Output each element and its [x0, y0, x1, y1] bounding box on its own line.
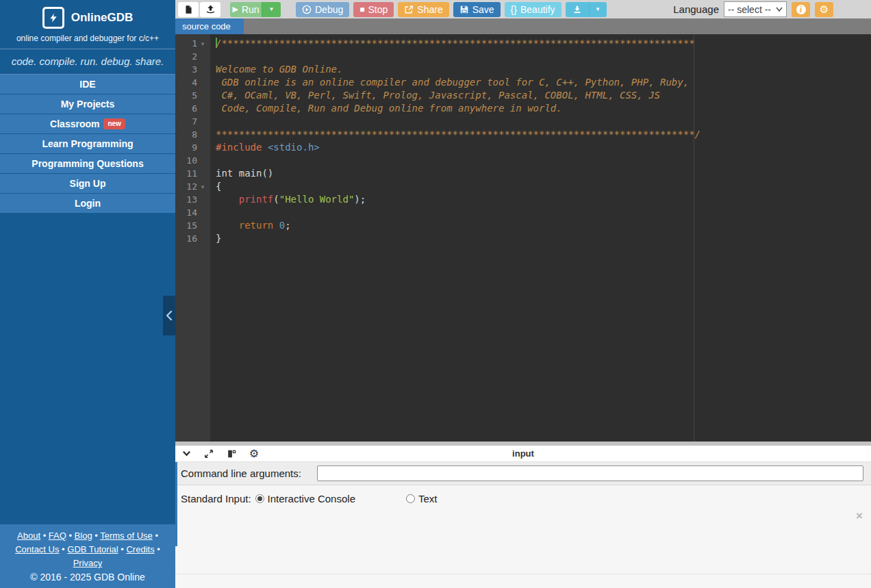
- tab-source-code[interactable]: source code: [175, 18, 244, 34]
- stdin-option-text[interactable]: Text: [406, 493, 438, 504]
- stop-button[interactable]: ■Stop: [353, 2, 394, 17]
- footer-link-contact-us[interactable]: Contact Us: [15, 544, 59, 554]
- command-line-args-row: Command line arguments:: [175, 462, 871, 485]
- footer-link-terms-of-use[interactable]: Terms of Use: [100, 531, 153, 541]
- radio-icon[interactable]: [406, 494, 415, 503]
- onlinegdb-app: OnlineGDB online compiler and debugger f…: [0, 0, 871, 588]
- sidebar-item-ide[interactable]: IDE: [0, 75, 175, 94]
- code-token: (: [273, 194, 279, 205]
- line-number: 2: [175, 51, 197, 62]
- sidebar-item-sign-up[interactable]: Sign Up: [0, 174, 175, 194]
- code-line: {: [216, 180, 871, 193]
- stdin-option-interactive-console[interactable]: Interactive Console: [255, 493, 355, 504]
- sidebar-item-programming-questions[interactable]: Programming Questions: [0, 154, 175, 174]
- open-file-button[interactable]: [200, 2, 220, 17]
- debug-button[interactable]: Debug: [296, 2, 349, 17]
- download-button[interactable]: [566, 2, 589, 17]
- code-line: [216, 115, 871, 128]
- sidebar-item-classroom[interactable]: Classroomnew: [0, 114, 175, 134]
- footer-link-gdb-tutorial[interactable]: GDB Tutorial: [67, 544, 118, 554]
- line-number: 8: [175, 129, 197, 140]
- run-options-caret-button[interactable]: ▼: [262, 2, 281, 17]
- gutter-row: 11: [175, 167, 210, 180]
- separator: •: [59, 544, 67, 554]
- command-line-args-input[interactable]: [317, 465, 863, 481]
- line-number: 6: [175, 103, 197, 114]
- footer-link-faq[interactable]: FAQ: [49, 531, 66, 541]
- footer-link-privacy[interactable]: Privacy: [73, 558, 103, 568]
- brand-name: OnlineGDB: [71, 11, 134, 25]
- settings-button[interactable]: ⚙: [815, 2, 833, 17]
- code-token: #include: [216, 142, 262, 153]
- collapse-panel-button[interactable]: [181, 448, 192, 459]
- download-options-caret-button[interactable]: ▼: [589, 2, 607, 17]
- code-line: #include <stdio.h>: [216, 141, 871, 154]
- code-line: [216, 50, 871, 63]
- panel-settings-button[interactable]: ⚙: [249, 448, 260, 459]
- line-number: 7: [175, 116, 197, 127]
- expand-panel-button[interactable]: [203, 448, 214, 459]
- sidebar-item-login[interactable]: Login: [0, 194, 175, 214]
- radio-icon[interactable]: [255, 494, 264, 503]
- code-editor[interactable]: 1▾23456789101112▾13141516 /*************…: [175, 34, 871, 442]
- footer-links: About • FAQ • Blog • Terms of Use • Cont…: [4, 529, 171, 570]
- code-token: Welcome to GDB Online.: [216, 64, 342, 75]
- code-token: ;: [285, 220, 290, 231]
- sidebar-item-learn-programming[interactable]: Learn Programming: [0, 134, 175, 154]
- sidebar-item-label: Classroom: [50, 118, 99, 129]
- code-token: C#, OCaml, VB, Perl, Swift, Prolog, Java…: [216, 90, 660, 101]
- download-icon: [572, 5, 582, 14]
- code-line: printf("Hello World");: [216, 193, 871, 206]
- stop-label: Stop: [368, 4, 388, 15]
- line-number: 14: [175, 207, 197, 218]
- code-token: GDB online is an online compiler and deb…: [216, 77, 689, 88]
- fold-icon[interactable]: ▾: [197, 40, 208, 47]
- brand-motto: code. compile. run. debug. share.: [0, 49, 175, 75]
- chevron-left-icon: [166, 310, 173, 321]
- fold-icon[interactable]: ▾: [197, 183, 208, 190]
- line-number: 15: [175, 220, 197, 231]
- save-button[interactable]: Save: [453, 2, 501, 17]
- caret-down-icon: ▼: [595, 7, 601, 12]
- gutter-row: 5: [175, 89, 210, 102]
- copyright: © 2016 - 2025 GDB Online: [4, 572, 171, 583]
- input-panel: ⚙ input Command line arguments: Standard…: [175, 442, 871, 588]
- line-number: 12: [175, 181, 197, 192]
- separator: •: [92, 531, 101, 541]
- language-select[interactable]: -- select --: [724, 1, 787, 17]
- code-token: [216, 220, 239, 231]
- run-button[interactable]: ▶Run: [230, 2, 262, 17]
- caret-down-icon: ▼: [269, 7, 275, 12]
- new-file-icon: [184, 4, 193, 15]
- layout-icon: [227, 449, 236, 459]
- sidebar-collapse-handle[interactable]: [163, 296, 175, 335]
- close-icon[interactable]: ×: [856, 510, 863, 522]
- share-button[interactable]: Share: [398, 2, 449, 17]
- code-line: [216, 206, 871, 219]
- layout-button[interactable]: [226, 448, 237, 459]
- share-label: Share: [417, 4, 442, 15]
- info-button[interactable]: i: [792, 2, 810, 17]
- footer-link-about[interactable]: About: [17, 531, 40, 541]
- code-token: <stdio.h>: [268, 142, 320, 153]
- play-icon: ▶: [232, 5, 238, 14]
- editor-code[interactable]: /***************************************…: [212, 34, 871, 442]
- upload-icon: [205, 4, 216, 14]
- args-label: Command line arguments:: [181, 468, 317, 479]
- code-token: ****************************************…: [216, 129, 700, 140]
- separator: •: [66, 531, 75, 541]
- sidebar-item-my-projects[interactable]: My Projects: [0, 94, 175, 114]
- line-number: 3: [175, 64, 197, 75]
- gutter-row: 9: [175, 141, 210, 154]
- line-number: 16: [175, 233, 197, 244]
- code-line: int main(): [216, 167, 871, 180]
- input-panel-header: ⚙ input: [175, 446, 871, 462]
- footer-link-blog[interactable]: Blog: [75, 531, 92, 541]
- toolbar: ▶Run ▼ Debug ■Stop Share Save {}Beautify: [175, 0, 871, 18]
- beautify-button[interactable]: {}Beautify: [505, 2, 561, 17]
- new-file-button[interactable]: [178, 2, 199, 17]
- select-caret-icon: [776, 7, 783, 12]
- code-token: }: [216, 233, 221, 244]
- line-number: 10: [175, 155, 197, 166]
- footer-link-credits[interactable]: Credits: [126, 544, 154, 554]
